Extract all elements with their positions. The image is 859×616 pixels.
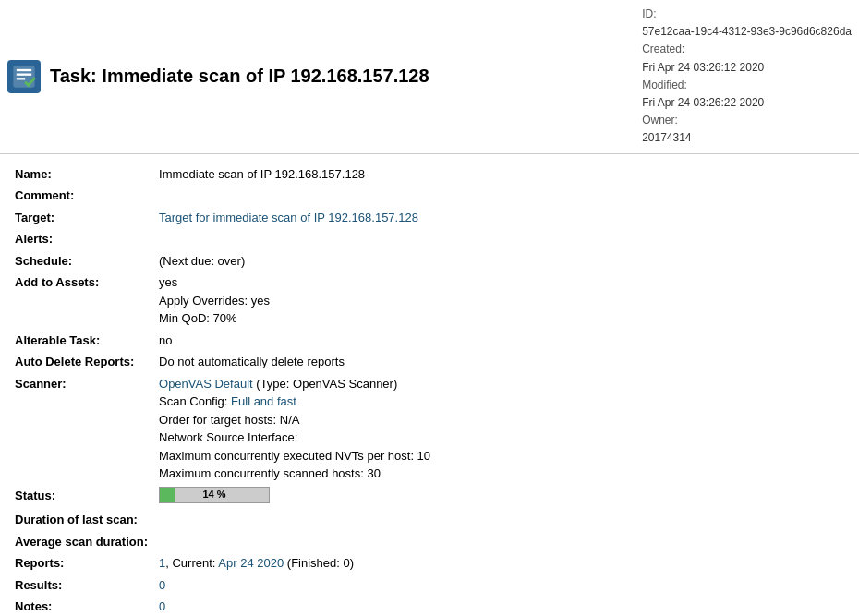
target-label: Target: — [11, 207, 155, 229]
max-hosts: Maximum concurrently scanned hosts: 30 — [159, 465, 844, 483]
header-meta: ID: 57e12caa-19c4-4312-93e3-9c96d6c826da… — [642, 6, 852, 148]
schedule-label: Schedule: — [11, 250, 155, 272]
page-title: Task: Immediate scan of IP 192.168.157.1… — [50, 66, 430, 87]
max-nvts: Maximum concurrently executed NVTs per h… — [159, 447, 844, 465]
reports-date-link[interactable]: Apr 24 2020 — [218, 556, 284, 570]
alterable-value: no — [155, 330, 848, 352]
alerts-label: Alerts: — [11, 228, 155, 250]
auto-delete-value: Do not automatically delete reports — [155, 351, 848, 373]
alerts-value — [155, 228, 848, 250]
scanner-label: Scanner: — [11, 373, 155, 485]
results-link[interactable]: 0 — [159, 578, 165, 592]
add-assets-cell: yes Apply Overrides: yes Min QoD: 70% — [155, 272, 848, 330]
status-label: Status: — [11, 485, 155, 510]
notes-value: 0 — [155, 596, 848, 616]
target-link[interactable]: Target for immediate scan of IP 192.168.… — [159, 211, 418, 224]
comment-row: Comment: — [11, 185, 848, 207]
status-row: Status: 14 % — [11, 485, 848, 510]
target-value: Target for immediate scan of IP 192.168.… — [155, 207, 848, 229]
app-icon — [7, 60, 41, 93]
name-value: Immediate scan of IP 192.168.157.128 — [155, 163, 848, 186]
reports-row: Reports: 1, Current: Apr 24 2020 (Finish… — [11, 552, 848, 574]
reports-value: 1, Current: Apr 24 2020 (Finished: 0) — [155, 552, 848, 574]
page-header: Task: Immediate scan of IP 192.168.157.1… — [0, 0, 859, 154]
scanner-type: (Type: OpenVAS Scanner) — [256, 377, 397, 391]
modified-row: Modified: Fri Apr 24 03:26:22 2020 — [642, 77, 852, 112]
name-row: Name: Immediate scan of IP 192.168.157.1… — [11, 163, 848, 186]
comment-label: Comment: — [11, 185, 155, 207]
schedule-row: Schedule: (Next due: over) — [11, 250, 848, 272]
scanner-row: Scanner: OpenVAS Default (Type: OpenVAS … — [11, 373, 848, 485]
header-left: Task: Immediate scan of IP 192.168.157.1… — [7, 60, 430, 93]
auto-delete-row: Auto Delete Reports: Do not automaticall… — [11, 351, 848, 373]
notes-link[interactable]: 0 — [159, 599, 165, 613]
order-hosts: Order for target hosts: N/A — [159, 411, 844, 429]
progress-bar-text: 14 % — [160, 487, 269, 502]
id-row: ID: 57e12caa-19c4-4312-93e3-9c96d6c826da — [642, 6, 852, 41]
created-row: Created: Fri Apr 24 03:26:12 2020 — [642, 41, 852, 76]
status-value: 14 % — [155, 485, 848, 510]
avg-duration-row: Average scan duration: — [11, 531, 848, 553]
results-label: Results: — [11, 574, 155, 597]
target-row: Target: Target for immediate scan of IP … — [11, 207, 848, 229]
duration-label: Duration of last scan: — [11, 509, 155, 531]
scanner-link[interactable]: OpenVAS Default — [159, 377, 253, 391]
notes-row: Notes: 0 — [11, 596, 848, 616]
scanner-value: OpenVAS Default (Type: OpenVAS Scanner) … — [155, 373, 848, 485]
details-table: Name: Immediate scan of IP 192.168.157.1… — [11, 163, 848, 617]
results-row: Results: 0 — [11, 574, 848, 597]
avg-duration-label: Average scan duration: — [11, 531, 155, 553]
results-value: 0 — [155, 574, 848, 597]
duration-row: Duration of last scan: — [11, 509, 848, 531]
main-content: Name: Immediate scan of IP 192.168.157.1… — [0, 154, 859, 617]
add-assets-row: Add to Assets: yes Apply Overrides: yes … — [11, 272, 848, 330]
auto-delete-label: Auto Delete Reports: — [11, 351, 155, 373]
add-assets-label: Add to Assets: — [11, 272, 155, 330]
reports-label: Reports: — [11, 552, 155, 574]
schedule-value: (Next due: over) — [155, 250, 848, 272]
notes-label: Notes: — [11, 596, 155, 616]
scan-config-label: Scan Config: — [159, 394, 227, 408]
alterable-label: Alterable Task: — [11, 330, 155, 352]
comment-value — [155, 185, 848, 207]
alerts-row: Alerts: — [11, 228, 848, 250]
scan-config-link[interactable]: Full and fast — [231, 394, 296, 408]
owner-row: Owner: 20174314 — [642, 112, 852, 147]
network-source: Network Source Interface: — [159, 429, 844, 447]
duration-value — [155, 509, 848, 531]
progress-bar: 14 % — [159, 487, 270, 503]
name-label: Name: — [11, 163, 155, 186]
avg-duration-value — [155, 531, 848, 553]
alterable-row: Alterable Task: no — [11, 330, 848, 352]
